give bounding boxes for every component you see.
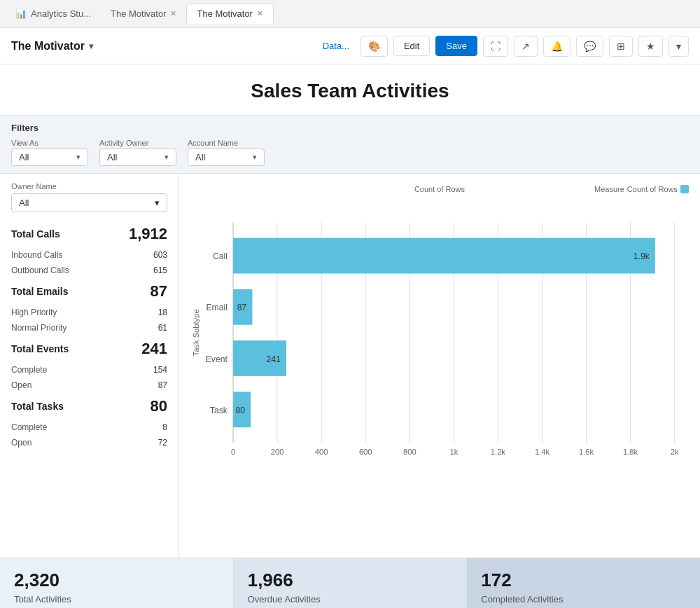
filters-row: View As All ▾ Activity Owner All ▾ Accou…	[11, 139, 689, 166]
measure-legend: Measure Count of Rows	[594, 185, 689, 193]
svg-rect-23	[233, 238, 655, 274]
view-as-value: All	[19, 152, 29, 163]
share-button[interactable]: ↗	[514, 36, 538, 57]
stat-value: 603	[153, 250, 167, 260]
view-as-label: View As	[11, 139, 88, 147]
fullscreen-button[interactable]: ⛶	[483, 36, 508, 57]
chart-svg: 02004006008001k1.2k1.4k1.6k1.8k2k1.9kCal…	[190, 203, 689, 469]
stat-item: Outbound Calls 615	[0, 263, 178, 278]
svg-text:2k: 2k	[671, 448, 679, 456]
svg-text:600: 600	[359, 448, 372, 456]
account-name-arrow-icon: ▾	[253, 153, 257, 162]
svg-text:Event: Event	[206, 354, 228, 364]
stat-label: Open	[11, 380, 31, 390]
svg-text:200: 200	[271, 448, 284, 456]
stat-label: Total Calls	[11, 228, 60, 240]
svg-text:1.9k: 1.9k	[634, 251, 650, 261]
bottom-stat-label: Overdue Activities	[248, 594, 453, 604]
data-link[interactable]: Data...	[323, 41, 349, 51]
page-title: Sales Team Activities	[0, 80, 700, 102]
measure-label: Measure	[594, 185, 624, 193]
stat-value: 154	[153, 365, 167, 375]
save-button[interactable]: Save	[435, 36, 477, 56]
svg-text:Email: Email	[206, 303, 227, 312]
svg-text:Call: Call	[213, 251, 227, 261]
stat-item: Total Calls 1,912	[0, 221, 178, 247]
bottom-stat-value: 2,320	[14, 569, 219, 591]
stat-value: 87	[150, 282, 167, 300]
svg-text:Task: Task	[210, 406, 228, 415]
stat-value: 615	[153, 265, 167, 275]
title-chevron-icon[interactable]: ▾	[89, 41, 93, 51]
svg-text:241: 241	[267, 354, 281, 364]
tab1-close-icon[interactable]: ✕	[170, 9, 176, 18]
owner-name-label: Owner Name	[11, 182, 167, 191]
grid-button[interactable]: ⊞	[609, 36, 633, 57]
stat-item: Inbound Calls 603	[0, 247, 178, 263]
stat-item: Complete 154	[0, 362, 178, 378]
legend-color-box	[680, 185, 689, 193]
stat-value: 87	[158, 380, 167, 390]
owner-name-chevron-icon: ▾	[155, 198, 160, 208]
svg-text:0: 0	[231, 448, 235, 456]
stat-item: Total Tasks 80	[0, 393, 178, 420]
tab2-label: The Motivator	[197, 8, 252, 19]
stat-label: Outbound Calls	[11, 265, 69, 275]
svg-text:80: 80	[236, 406, 246, 415]
activity-owner-label: Activity Owner	[99, 139, 176, 147]
stat-item: Open 72	[0, 435, 178, 450]
tab-motivator-2[interactable]: The Motivator ✕	[186, 4, 273, 24]
bottom-stat: 1,966 Overdue Activities	[234, 558, 468, 608]
account-name-select[interactable]: All ▾	[188, 148, 265, 166]
filters-label: Filters	[11, 123, 689, 133]
owner-name-value: All	[19, 198, 29, 208]
stat-value: 8	[162, 422, 167, 432]
activity-owner-value: All	[107, 152, 117, 163]
account-name-value: All	[195, 152, 205, 163]
bell-button[interactable]: 🔔	[543, 36, 570, 57]
svg-text:1.2k: 1.2k	[491, 448, 506, 456]
stat-value: 61	[158, 323, 167, 333]
account-name-filter: Account Name All ▾	[188, 139, 265, 166]
stat-label: Total Emails	[11, 286, 68, 297]
app-tab[interactable]: 📊 Analytics Stu...	[6, 4, 101, 23]
bottom-stat-value: 1,966	[248, 569, 453, 591]
owner-name-select[interactable]: All ▾	[11, 193, 167, 212]
filters-section: Filters View As All ▾ Activity Owner All…	[0, 116, 700, 174]
stat-label: Normal Priority	[11, 323, 66, 333]
stats-list: Total Calls 1,912 Inbound Calls 603 Outb…	[0, 221, 178, 450]
stat-value: 72	[158, 438, 167, 448]
stat-value: 80	[150, 397, 167, 415]
stat-item: Total Events 241	[0, 336, 178, 362]
stat-item: High Priority 18	[0, 305, 178, 320]
app-tab-label: Analytics Stu...	[31, 8, 91, 19]
bottom-stat-label: Total Activities	[14, 594, 219, 604]
activity-owner-arrow-icon: ▾	[164, 153, 169, 162]
stat-label: Complete	[11, 365, 47, 375]
bottom-stats: 2,320 Total Activities 1,966 Overdue Act…	[0, 558, 700, 608]
browser-tabs: 📊 Analytics Stu... The Motivator ✕ The M…	[0, 0, 700, 28]
tab-motivator-1[interactable]: The Motivator ✕	[101, 4, 186, 23]
tab2-close-icon[interactable]: ✕	[257, 9, 263, 18]
more-button[interactable]: ▾	[668, 36, 689, 57]
svg-text:400: 400	[315, 448, 328, 456]
stat-item: Total Emails 87	[0, 278, 178, 305]
stat-value: 241	[141, 340, 167, 358]
activity-owner-filter: Activity Owner All ▾	[99, 139, 176, 166]
account-name-label: Account Name	[188, 139, 265, 147]
stat-item: Normal Priority 61	[0, 320, 178, 336]
stat-item: Complete 8	[0, 420, 178, 435]
edit-button[interactable]: Edit	[393, 36, 430, 56]
activity-owner-select[interactable]: All ▾	[99, 148, 176, 166]
dashboard-title: The Motivator	[11, 40, 85, 53]
bottom-stat: 172 Completed Activities	[467, 558, 700, 608]
toolbar: The Motivator ▾ Data... 🎨 Edit Save ⛶ ↗ …	[0, 28, 700, 64]
star-button[interactable]: ★	[638, 36, 663, 57]
tab1-label: The Motivator	[111, 8, 166, 19]
chat-button[interactable]: 💬	[576, 36, 603, 57]
stat-item: Open 87	[0, 378, 178, 393]
palette-button[interactable]: 🎨	[360, 36, 388, 57]
view-as-select[interactable]: All ▾	[11, 148, 88, 166]
stat-value: 18	[158, 308, 167, 317]
svg-text:Task Subtype: Task Subtype	[192, 309, 200, 356]
